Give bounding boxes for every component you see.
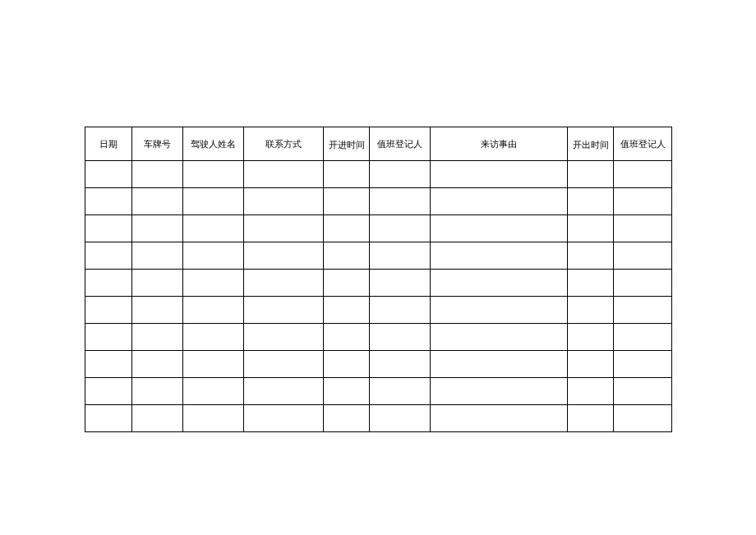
- table-row: [85, 215, 672, 242]
- table-cell: [370, 378, 431, 405]
- table-cell: [183, 215, 244, 242]
- table-cell: [324, 242, 370, 270]
- table-row: [85, 161, 672, 188]
- table-cell: [614, 188, 672, 215]
- table-cell: [431, 351, 568, 378]
- table-cell: [370, 297, 431, 324]
- table-cell: [132, 297, 183, 324]
- table-cell: [244, 215, 324, 242]
- table-cell: [85, 161, 132, 188]
- table-cell: [614, 405, 672, 432]
- table-cell: [568, 297, 614, 324]
- table-cell: [85, 270, 132, 297]
- table-cell: [132, 324, 183, 351]
- table-row: [85, 324, 672, 351]
- table-row: [85, 351, 672, 378]
- table-cell: [431, 378, 568, 405]
- table-cell: [568, 351, 614, 378]
- table-body: [85, 161, 672, 432]
- table-cell: [183, 161, 244, 188]
- table-cell: [324, 188, 370, 215]
- table-cell: [244, 324, 324, 351]
- table-cell: [324, 324, 370, 351]
- table-cell: [568, 242, 614, 270]
- table-cell: [244, 161, 324, 188]
- table-cell: [85, 351, 132, 378]
- header-exit-time: 开出时间: [568, 127, 614, 161]
- table-cell: [568, 215, 614, 242]
- header-duty-registrar-out: 值班登记人: [614, 127, 672, 161]
- table-cell: [431, 188, 568, 215]
- table-cell: [614, 324, 672, 351]
- table-cell: [85, 378, 132, 405]
- table-cell: [568, 324, 614, 351]
- table-cell: [132, 270, 183, 297]
- table-cell: [370, 324, 431, 351]
- table-cell: [431, 270, 568, 297]
- table-cell: [132, 161, 183, 188]
- table-cell: [431, 324, 568, 351]
- table-cell: [614, 215, 672, 242]
- table-cell: [183, 351, 244, 378]
- table-cell: [244, 297, 324, 324]
- table-cell: [614, 161, 672, 188]
- table-cell: [568, 270, 614, 297]
- table-cell: [431, 297, 568, 324]
- table-row: [85, 270, 672, 297]
- table-cell: [183, 378, 244, 405]
- table-cell: [183, 324, 244, 351]
- table-cell: [324, 297, 370, 324]
- table-cell: [614, 378, 672, 405]
- registration-form-table: 日期 车牌号 驾驶人姓名 联系方式 开进时间 值班登记人 来访事由 开出时间 值…: [85, 127, 671, 432]
- table-cell: [183, 188, 244, 215]
- table-cell: [183, 242, 244, 270]
- table-cell: [324, 270, 370, 297]
- table-cell: [370, 215, 431, 242]
- table-cell: [431, 242, 568, 270]
- table-cell: [324, 351, 370, 378]
- table-cell: [183, 270, 244, 297]
- table-cell: [324, 378, 370, 405]
- table-cell: [244, 270, 324, 297]
- table-cell: [370, 405, 431, 432]
- table-cell: [85, 405, 132, 432]
- table-cell: [614, 297, 672, 324]
- table-cell: [132, 351, 183, 378]
- table-cell: [370, 270, 431, 297]
- table-cell: [370, 161, 431, 188]
- table-cell: [85, 324, 132, 351]
- table-cell: [85, 188, 132, 215]
- table-cell: [568, 378, 614, 405]
- table-cell: [568, 188, 614, 215]
- table-cell: [183, 297, 244, 324]
- table-cell: [244, 405, 324, 432]
- table-row: [85, 405, 672, 432]
- table-cell: [324, 215, 370, 242]
- table-cell: [614, 242, 672, 270]
- table-cell: [324, 161, 370, 188]
- table-cell: [132, 215, 183, 242]
- table-cell: [370, 351, 431, 378]
- table-header-row: 日期 车牌号 驾驶人姓名 联系方式 开进时间 值班登记人 来访事由 开出时间 值…: [85, 127, 672, 161]
- table-cell: [132, 378, 183, 405]
- table-cell: [85, 297, 132, 324]
- table-cell: [324, 405, 370, 432]
- table-cell: [132, 188, 183, 215]
- table-cell: [244, 188, 324, 215]
- header-plate-number: 车牌号: [132, 127, 183, 161]
- table-row: [85, 378, 672, 405]
- table-cell: [568, 161, 614, 188]
- table-row: [85, 242, 672, 270]
- table-row: [85, 297, 672, 324]
- table-cell: [614, 270, 672, 297]
- table-cell: [431, 215, 568, 242]
- header-duty-registrar-in: 值班登记人: [370, 127, 431, 161]
- table-cell: [568, 405, 614, 432]
- table-cell: [85, 242, 132, 270]
- table-cell: [85, 215, 132, 242]
- table-cell: [132, 405, 183, 432]
- table-cell: [132, 242, 183, 270]
- table-cell: [244, 242, 324, 270]
- table-cell: [244, 378, 324, 405]
- table-cell: [614, 351, 672, 378]
